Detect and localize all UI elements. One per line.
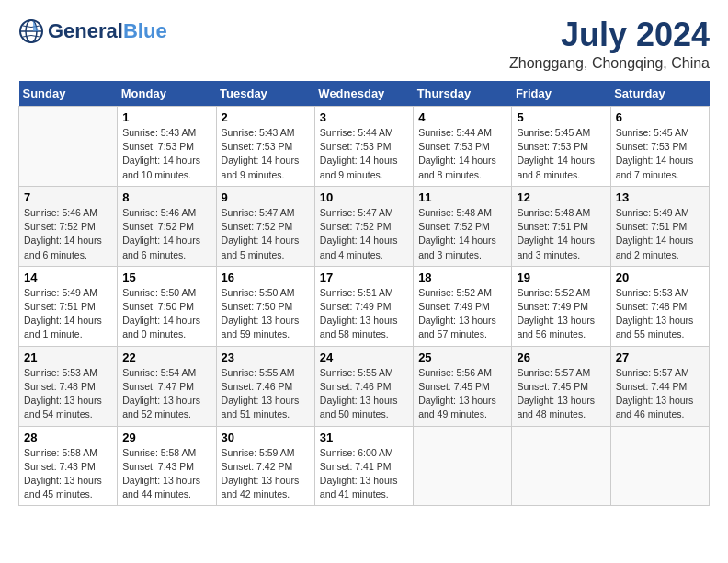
calendar-cell: 16Sunrise: 5:50 AM Sunset: 7:50 PM Dayli… <box>216 266 314 346</box>
day-number: 17 <box>320 270 408 284</box>
day-info: Sunrise: 5:55 AM Sunset: 7:46 PM Dayligh… <box>320 366 408 422</box>
day-number: 1 <box>122 110 210 124</box>
calendar-cell: 21Sunrise: 5:53 AM Sunset: 7:48 PM Dayli… <box>19 346 118 426</box>
day-info: Sunrise: 5:55 AM Sunset: 7:46 PM Dayligh… <box>222 366 310 422</box>
calendar-cell: 20Sunrise: 5:53 AM Sunset: 7:48 PM Dayli… <box>610 266 709 346</box>
day-number: 29 <box>122 431 210 444</box>
day-info: Sunrise: 5:56 AM Sunset: 7:45 PM Dayligh… <box>418 366 506 422</box>
calendar-cell: 1Sunrise: 5:43 AM Sunset: 7:53 PM Daylig… <box>118 107 216 187</box>
calendar-cell: 15Sunrise: 5:50 AM Sunset: 7:50 PM Dayli… <box>118 266 216 346</box>
day-number: 27 <box>616 350 704 364</box>
day-number: 20 <box>616 270 704 284</box>
calendar-week-row: 28Sunrise: 5:58 AM Sunset: 7:43 PM Dayli… <box>19 426 710 506</box>
day-number: 26 <box>517 350 605 364</box>
calendar-cell: 2Sunrise: 5:43 AM Sunset: 7:53 PM Daylig… <box>216 107 314 187</box>
day-info: Sunrise: 5:54 AM Sunset: 7:47 PM Dayligh… <box>122 366 210 422</box>
day-info: Sunrise: 5:45 AM Sunset: 7:53 PM Dayligh… <box>616 126 704 182</box>
calendar-week-row: 14Sunrise: 5:49 AM Sunset: 7:51 PM Dayli… <box>19 266 710 346</box>
logo: GeneralBlue <box>18 18 167 44</box>
day-info: Sunrise: 5:43 AM Sunset: 7:53 PM Dayligh… <box>222 126 310 182</box>
calendar-week-row: 21Sunrise: 5:53 AM Sunset: 7:48 PM Dayli… <box>19 346 710 426</box>
day-number: 9 <box>222 190 310 204</box>
logo-icon <box>18 18 44 44</box>
calendar-cell: 18Sunrise: 5:52 AM Sunset: 7:49 PM Dayli… <box>414 266 512 346</box>
location-title: Zhonggang, Chongqing, China <box>509 55 710 72</box>
day-info: Sunrise: 5:47 AM Sunset: 7:52 PM Dayligh… <box>222 206 310 262</box>
calendar-cell: 22Sunrise: 5:54 AM Sunset: 7:47 PM Dayli… <box>118 346 216 426</box>
day-number: 21 <box>24 350 112 364</box>
day-number: 28 <box>24 431 112 444</box>
day-number: 25 <box>418 350 506 364</box>
calendar-cell <box>19 107 118 187</box>
day-number: 23 <box>222 350 310 364</box>
weekday-header-sunday: Sunday <box>19 81 118 107</box>
calendar-cell: 19Sunrise: 5:52 AM Sunset: 7:49 PM Dayli… <box>512 266 610 346</box>
day-info: Sunrise: 5:51 AM Sunset: 7:49 PM Dayligh… <box>320 286 408 342</box>
calendar-table: SundayMondayTuesdayWednesdayThursdayFrid… <box>18 81 710 506</box>
calendar-cell: 26Sunrise: 5:57 AM Sunset: 7:45 PM Dayli… <box>512 346 610 426</box>
day-info: Sunrise: 5:49 AM Sunset: 7:51 PM Dayligh… <box>24 286 112 342</box>
day-info: Sunrise: 5:48 AM Sunset: 7:51 PM Dayligh… <box>517 206 605 262</box>
day-info: Sunrise: 6:00 AM Sunset: 7:41 PM Dayligh… <box>320 446 408 502</box>
calendar-cell: 24Sunrise: 5:55 AM Sunset: 7:46 PM Dayli… <box>314 346 413 426</box>
calendar-cell: 31Sunrise: 6:00 AM Sunset: 7:41 PM Dayli… <box>314 426 413 506</box>
day-number: 22 <box>122 350 210 364</box>
day-info: Sunrise: 5:50 AM Sunset: 7:50 PM Dayligh… <box>122 286 210 342</box>
day-info: Sunrise: 5:57 AM Sunset: 7:45 PM Dayligh… <box>517 366 605 422</box>
weekday-header-saturday: Saturday <box>610 81 709 107</box>
day-info: Sunrise: 5:43 AM Sunset: 7:53 PM Dayligh… <box>122 126 210 182</box>
calendar-cell: 27Sunrise: 5:57 AM Sunset: 7:44 PM Dayli… <box>610 346 709 426</box>
weekday-header-wednesday: Wednesday <box>314 81 413 107</box>
title-area: July 2024 Zhonggang, Chongqing, China <box>509 18 710 72</box>
day-info: Sunrise: 5:57 AM Sunset: 7:44 PM Dayligh… <box>616 366 704 422</box>
calendar-week-row: 7Sunrise: 5:46 AM Sunset: 7:52 PM Daylig… <box>19 186 710 266</box>
day-info: Sunrise: 5:52 AM Sunset: 7:49 PM Dayligh… <box>418 286 506 342</box>
day-info: Sunrise: 5:48 AM Sunset: 7:52 PM Dayligh… <box>418 206 506 262</box>
day-number: 19 <box>517 270 605 284</box>
calendar-cell <box>512 426 610 506</box>
day-info: Sunrise: 5:45 AM Sunset: 7:53 PM Dayligh… <box>517 126 605 182</box>
calendar-cell <box>610 426 709 506</box>
day-number: 16 <box>222 270 310 284</box>
calendar-cell: 6Sunrise: 5:45 AM Sunset: 7:53 PM Daylig… <box>610 107 709 187</box>
calendar-cell: 7Sunrise: 5:46 AM Sunset: 7:52 PM Daylig… <box>19 186 118 266</box>
day-number: 30 <box>222 431 310 444</box>
calendar-cell: 4Sunrise: 5:44 AM Sunset: 7:53 PM Daylig… <box>414 107 512 187</box>
calendar-cell <box>414 426 512 506</box>
day-number: 6 <box>616 110 704 124</box>
day-number: 3 <box>320 110 408 124</box>
weekday-header-friday: Friday <box>512 81 610 107</box>
calendar-cell: 28Sunrise: 5:58 AM Sunset: 7:43 PM Dayli… <box>19 426 118 506</box>
day-number: 12 <box>517 190 605 204</box>
day-number: 14 <box>24 270 112 284</box>
day-info: Sunrise: 5:58 AM Sunset: 7:43 PM Dayligh… <box>122 446 210 502</box>
weekday-header-row: SundayMondayTuesdayWednesdayThursdayFrid… <box>19 81 710 107</box>
calendar-cell: 12Sunrise: 5:48 AM Sunset: 7:51 PM Dayli… <box>512 186 610 266</box>
day-number: 4 <box>418 110 506 124</box>
day-info: Sunrise: 5:59 AM Sunset: 7:42 PM Dayligh… <box>222 446 310 502</box>
calendar-cell: 9Sunrise: 5:47 AM Sunset: 7:52 PM Daylig… <box>216 186 314 266</box>
calendar-cell: 29Sunrise: 5:58 AM Sunset: 7:43 PM Dayli… <box>118 426 216 506</box>
day-info: Sunrise: 5:47 AM Sunset: 7:52 PM Dayligh… <box>320 206 408 262</box>
weekday-header-tuesday: Tuesday <box>216 81 314 107</box>
calendar-cell: 30Sunrise: 5:59 AM Sunset: 7:42 PM Dayli… <box>216 426 314 506</box>
day-number: 2 <box>222 110 310 124</box>
day-info: Sunrise: 5:58 AM Sunset: 7:43 PM Dayligh… <box>24 446 112 502</box>
calendar-cell: 10Sunrise: 5:47 AM Sunset: 7:52 PM Dayli… <box>314 186 413 266</box>
weekday-header-thursday: Thursday <box>414 81 512 107</box>
calendar-cell: 3Sunrise: 5:44 AM Sunset: 7:53 PM Daylig… <box>314 107 413 187</box>
calendar-cell: 25Sunrise: 5:56 AM Sunset: 7:45 PM Dayli… <box>414 346 512 426</box>
day-number: 18 <box>418 270 506 284</box>
page-header: GeneralBlue July 2024 Zhonggang, Chongqi… <box>18 18 710 72</box>
logo-text: GeneralBlue <box>48 21 167 41</box>
day-number: 5 <box>517 110 605 124</box>
day-info: Sunrise: 5:53 AM Sunset: 7:48 PM Dayligh… <box>24 366 112 422</box>
day-info: Sunrise: 5:46 AM Sunset: 7:52 PM Dayligh… <box>122 206 210 262</box>
day-info: Sunrise: 5:44 AM Sunset: 7:53 PM Dayligh… <box>418 126 506 182</box>
day-info: Sunrise: 5:50 AM Sunset: 7:50 PM Dayligh… <box>222 286 310 342</box>
day-info: Sunrise: 5:49 AM Sunset: 7:51 PM Dayligh… <box>616 206 704 262</box>
calendar-cell: 23Sunrise: 5:55 AM Sunset: 7:46 PM Dayli… <box>216 346 314 426</box>
day-number: 31 <box>320 431 408 444</box>
day-info: Sunrise: 5:46 AM Sunset: 7:52 PM Dayligh… <box>24 206 112 262</box>
day-number: 15 <box>122 270 210 284</box>
